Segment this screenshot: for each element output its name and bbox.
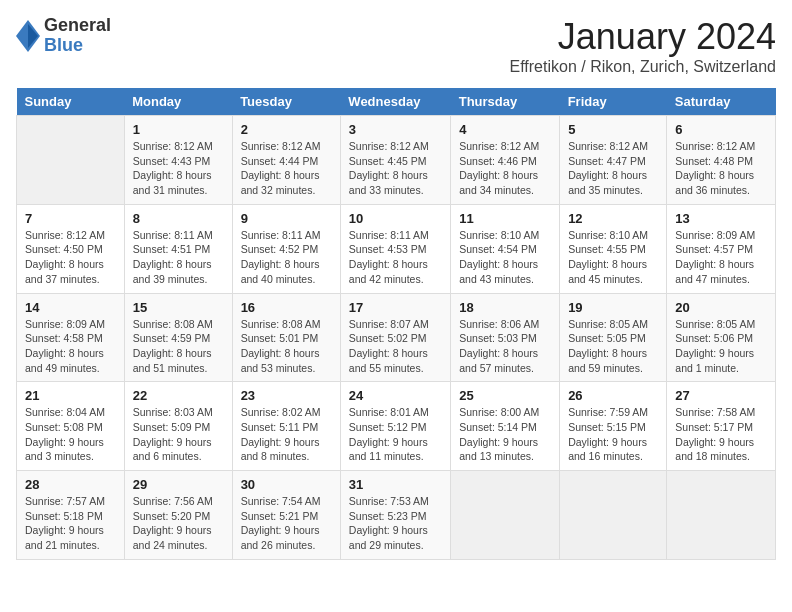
day-number: 9 bbox=[241, 211, 332, 226]
day-info: Sunrise: 8:03 AMSunset: 5:09 PMDaylight:… bbox=[133, 405, 224, 464]
day-info: Sunrise: 8:10 AMSunset: 4:54 PMDaylight:… bbox=[459, 228, 551, 287]
calendar-cell: 16 Sunrise: 8:08 AMSunset: 5:01 PMDaylig… bbox=[232, 293, 340, 382]
day-number: 4 bbox=[459, 122, 551, 137]
day-number: 29 bbox=[133, 477, 224, 492]
calendar-header-wednesday: Wednesday bbox=[340, 88, 450, 116]
day-info: Sunrise: 7:56 AMSunset: 5:20 PMDaylight:… bbox=[133, 494, 224, 553]
day-number: 26 bbox=[568, 388, 658, 403]
day-number: 24 bbox=[349, 388, 442, 403]
calendar-cell: 27 Sunrise: 7:58 AMSunset: 5:17 PMDaylig… bbox=[667, 382, 776, 471]
day-number: 3 bbox=[349, 122, 442, 137]
day-number: 17 bbox=[349, 300, 442, 315]
logo: General Blue bbox=[16, 16, 111, 56]
calendar-cell: 15 Sunrise: 8:08 AMSunset: 4:59 PMDaylig… bbox=[124, 293, 232, 382]
day-number: 12 bbox=[568, 211, 658, 226]
calendar-header-monday: Monday bbox=[124, 88, 232, 116]
calendar-cell: 1 Sunrise: 8:12 AMSunset: 4:43 PMDayligh… bbox=[124, 116, 232, 205]
day-number: 30 bbox=[241, 477, 332, 492]
day-number: 16 bbox=[241, 300, 332, 315]
calendar-cell: 11 Sunrise: 8:10 AMSunset: 4:54 PMDaylig… bbox=[451, 204, 560, 293]
day-number: 23 bbox=[241, 388, 332, 403]
calendar-cell bbox=[560, 471, 667, 560]
calendar-cell: 22 Sunrise: 8:03 AMSunset: 5:09 PMDaylig… bbox=[124, 382, 232, 471]
day-info: Sunrise: 8:12 AMSunset: 4:43 PMDaylight:… bbox=[133, 139, 224, 198]
calendar-cell: 4 Sunrise: 8:12 AMSunset: 4:46 PMDayligh… bbox=[451, 116, 560, 205]
calendar-week-row: 14 Sunrise: 8:09 AMSunset: 4:58 PMDaylig… bbox=[17, 293, 776, 382]
logo-general-text: General bbox=[44, 16, 111, 36]
calendar-cell: 9 Sunrise: 8:11 AMSunset: 4:52 PMDayligh… bbox=[232, 204, 340, 293]
calendar-cell: 7 Sunrise: 8:12 AMSunset: 4:50 PMDayligh… bbox=[17, 204, 125, 293]
day-info: Sunrise: 8:12 AMSunset: 4:44 PMDaylight:… bbox=[241, 139, 332, 198]
location-text: Effretikon / Rikon, Zurich, Switzerland bbox=[510, 58, 776, 76]
calendar-table: SundayMondayTuesdayWednesdayThursdayFrid… bbox=[16, 88, 776, 560]
calendar-cell: 26 Sunrise: 7:59 AMSunset: 5:15 PMDaylig… bbox=[560, 382, 667, 471]
calendar-cell: 17 Sunrise: 8:07 AMSunset: 5:02 PMDaylig… bbox=[340, 293, 450, 382]
day-info: Sunrise: 7:53 AMSunset: 5:23 PMDaylight:… bbox=[349, 494, 442, 553]
day-number: 18 bbox=[459, 300, 551, 315]
calendar-cell: 30 Sunrise: 7:54 AMSunset: 5:21 PMDaylig… bbox=[232, 471, 340, 560]
day-number: 19 bbox=[568, 300, 658, 315]
calendar-cell: 8 Sunrise: 8:11 AMSunset: 4:51 PMDayligh… bbox=[124, 204, 232, 293]
title-section: January 2024 Effretikon / Rikon, Zurich,… bbox=[510, 16, 776, 76]
calendar-cell: 18 Sunrise: 8:06 AMSunset: 5:03 PMDaylig… bbox=[451, 293, 560, 382]
day-info: Sunrise: 8:04 AMSunset: 5:08 PMDaylight:… bbox=[25, 405, 116, 464]
day-info: Sunrise: 8:05 AMSunset: 5:06 PMDaylight:… bbox=[675, 317, 767, 376]
calendar-cell: 31 Sunrise: 7:53 AMSunset: 5:23 PMDaylig… bbox=[340, 471, 450, 560]
day-number: 14 bbox=[25, 300, 116, 315]
logo-icon bbox=[16, 20, 40, 52]
day-number: 5 bbox=[568, 122, 658, 137]
calendar-header-sunday: Sunday bbox=[17, 88, 125, 116]
day-info: Sunrise: 8:12 AMSunset: 4:46 PMDaylight:… bbox=[459, 139, 551, 198]
calendar-header-friday: Friday bbox=[560, 88, 667, 116]
day-number: 28 bbox=[25, 477, 116, 492]
day-number: 10 bbox=[349, 211, 442, 226]
day-info: Sunrise: 8:02 AMSunset: 5:11 PMDaylight:… bbox=[241, 405, 332, 464]
day-info: Sunrise: 8:05 AMSunset: 5:05 PMDaylight:… bbox=[568, 317, 658, 376]
day-number: 2 bbox=[241, 122, 332, 137]
calendar-header-thursday: Thursday bbox=[451, 88, 560, 116]
day-info: Sunrise: 8:12 AMSunset: 4:50 PMDaylight:… bbox=[25, 228, 116, 287]
day-info: Sunrise: 7:57 AMSunset: 5:18 PMDaylight:… bbox=[25, 494, 116, 553]
calendar-cell bbox=[667, 471, 776, 560]
day-info: Sunrise: 7:59 AMSunset: 5:15 PMDaylight:… bbox=[568, 405, 658, 464]
day-info: Sunrise: 8:10 AMSunset: 4:55 PMDaylight:… bbox=[568, 228, 658, 287]
day-number: 25 bbox=[459, 388, 551, 403]
page-header: General Blue January 2024 Effretikon / R… bbox=[16, 16, 776, 76]
calendar-cell bbox=[451, 471, 560, 560]
calendar-cell: 12 Sunrise: 8:10 AMSunset: 4:55 PMDaylig… bbox=[560, 204, 667, 293]
day-number: 22 bbox=[133, 388, 224, 403]
calendar-cell bbox=[17, 116, 125, 205]
day-number: 1 bbox=[133, 122, 224, 137]
calendar-cell: 29 Sunrise: 7:56 AMSunset: 5:20 PMDaylig… bbox=[124, 471, 232, 560]
day-info: Sunrise: 8:08 AMSunset: 5:01 PMDaylight:… bbox=[241, 317, 332, 376]
day-info: Sunrise: 8:11 AMSunset: 4:53 PMDaylight:… bbox=[349, 228, 442, 287]
calendar-cell: 24 Sunrise: 8:01 AMSunset: 5:12 PMDaylig… bbox=[340, 382, 450, 471]
day-info: Sunrise: 8:09 AMSunset: 4:58 PMDaylight:… bbox=[25, 317, 116, 376]
calendar-week-row: 1 Sunrise: 8:12 AMSunset: 4:43 PMDayligh… bbox=[17, 116, 776, 205]
day-number: 6 bbox=[675, 122, 767, 137]
day-info: Sunrise: 8:12 AMSunset: 4:47 PMDaylight:… bbox=[568, 139, 658, 198]
calendar-cell: 10 Sunrise: 8:11 AMSunset: 4:53 PMDaylig… bbox=[340, 204, 450, 293]
calendar-week-row: 28 Sunrise: 7:57 AMSunset: 5:18 PMDaylig… bbox=[17, 471, 776, 560]
day-number: 31 bbox=[349, 477, 442, 492]
day-info: Sunrise: 7:58 AMSunset: 5:17 PMDaylight:… bbox=[675, 405, 767, 464]
calendar-cell: 2 Sunrise: 8:12 AMSunset: 4:44 PMDayligh… bbox=[232, 116, 340, 205]
calendar-cell: 5 Sunrise: 8:12 AMSunset: 4:47 PMDayligh… bbox=[560, 116, 667, 205]
month-title: January 2024 bbox=[510, 16, 776, 58]
day-info: Sunrise: 7:54 AMSunset: 5:21 PMDaylight:… bbox=[241, 494, 332, 553]
day-info: Sunrise: 8:08 AMSunset: 4:59 PMDaylight:… bbox=[133, 317, 224, 376]
calendar-header-saturday: Saturday bbox=[667, 88, 776, 116]
calendar-cell: 28 Sunrise: 7:57 AMSunset: 5:18 PMDaylig… bbox=[17, 471, 125, 560]
calendar-cell: 20 Sunrise: 8:05 AMSunset: 5:06 PMDaylig… bbox=[667, 293, 776, 382]
logo-text: General Blue bbox=[44, 16, 111, 56]
day-number: 7 bbox=[25, 211, 116, 226]
day-info: Sunrise: 8:09 AMSunset: 4:57 PMDaylight:… bbox=[675, 228, 767, 287]
calendar-cell: 19 Sunrise: 8:05 AMSunset: 5:05 PMDaylig… bbox=[560, 293, 667, 382]
calendar-cell: 23 Sunrise: 8:02 AMSunset: 5:11 PMDaylig… bbox=[232, 382, 340, 471]
day-info: Sunrise: 8:01 AMSunset: 5:12 PMDaylight:… bbox=[349, 405, 442, 464]
day-info: Sunrise: 8:12 AMSunset: 4:48 PMDaylight:… bbox=[675, 139, 767, 198]
calendar-cell: 3 Sunrise: 8:12 AMSunset: 4:45 PMDayligh… bbox=[340, 116, 450, 205]
day-number: 27 bbox=[675, 388, 767, 403]
day-number: 21 bbox=[25, 388, 116, 403]
calendar-cell: 14 Sunrise: 8:09 AMSunset: 4:58 PMDaylig… bbox=[17, 293, 125, 382]
